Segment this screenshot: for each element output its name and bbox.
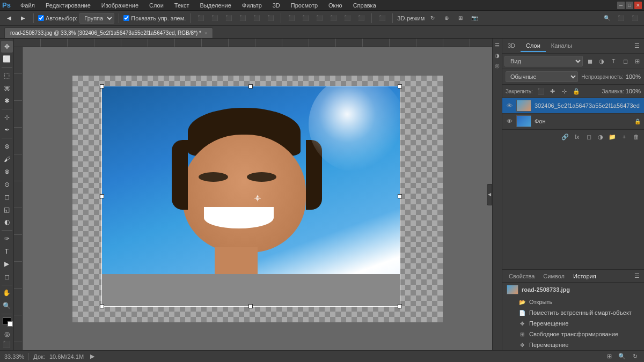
menu-edit[interactable]: Редактирование [42,0,94,10]
menu-3d[interactable]: 3D [269,0,283,10]
layer-mask-btn[interactable]: ◻ [584,132,594,142]
status-arrow[interactable]: ▶ [90,353,94,360]
tool-lasso[interactable]: ⌘ [1,83,13,94]
menu-view[interactable]: Просмотр [288,0,321,10]
panel-menu-btn[interactable]: ☰ [632,41,642,51]
tool-zoom[interactable]: 🔍 [1,300,13,312]
tab-properties[interactable]: Свойства [504,272,539,280]
tool-path-select[interactable]: ▶ [1,258,13,270]
align-bottom-btn[interactable]: ⬛ [265,12,276,24]
distribute-bottom-btn[interactable]: ⬛ [355,12,367,24]
history-item-4[interactable]: ✥ Перемещение [502,339,644,350]
tab-symbol[interactable]: Символ [539,272,569,280]
layer-item-1[interactable]: 👁 302406_5e2f1a56473a55e2f1a56473ed [502,98,644,114]
tool-gradient[interactable]: ◱ [1,204,13,216]
screen-mode-btn[interactable]: ⬛ [1,339,13,350]
document-tab[interactable]: road-2508733.jpg @ 33,3% (302406_5e2f1a5… [4,27,213,38]
tab-layers[interactable]: Слои [521,40,546,52]
align-center-v-btn[interactable]: ⬛ [251,12,262,24]
arrange-btn[interactable]: ⬛ [629,12,641,24]
menu-select[interactable]: Выделение [197,0,235,10]
bottom-panel-menu-btn[interactable]: ☰ [632,271,642,281]
canvas-area[interactable]: ◀ [14,39,492,350]
lock-pixels-btn[interactable]: ⬛ [536,86,546,96]
filter-pixel-btn[interactable]: ◼ [585,56,595,66]
tab-3d[interactable]: 3D [502,40,521,52]
3d-orbit-btn[interactable]: ↻ [427,12,438,24]
tab-channels[interactable]: Каналы [546,40,577,52]
tool-eraser[interactable]: ◻ [1,191,13,203]
layer-visibility-2[interactable]: 👁 [506,117,513,125]
filter-smart-btn[interactable]: ⊞ [632,56,642,66]
tool-marquee[interactable]: ⬚ [1,70,13,82]
layer-fx-btn[interactable]: fx [572,132,582,142]
search-btn[interactable]: 🔍 [601,12,613,24]
distribute-right-btn[interactable]: ⬛ [313,12,325,24]
tool-eyedropper[interactable]: ✒ [1,124,13,136]
toolbar-arrow-right[interactable]: ▶ [17,12,29,24]
distribute-top-btn[interactable]: ⬛ [327,12,339,24]
align-top-btn[interactable]: ⬛ [237,12,248,24]
tool-spot-heal[interactable]: ⊛ [1,141,13,152]
menu-text[interactable]: Текст [171,0,193,10]
layer-item-2[interactable]: 👁 Фон 🔒 [502,114,644,129]
tool-hand[interactable]: ✋ [1,287,13,299]
status-zoom-btn[interactable]: 🔍 [617,352,627,361]
tool-shape[interactable]: ◻ [1,271,13,283]
menu-image[interactable]: Изображение [98,0,142,10]
status-rotate-btn[interactable]: ↻ [630,352,640,361]
tool-clone[interactable]: ⊗ [1,166,13,178]
lock-artboard-btn[interactable]: ⊹ [560,86,569,96]
toolbar-arrow-left[interactable]: ◀ [3,12,15,24]
panel-collapse-btn[interactable]: ◀ [487,184,492,205]
history-item-3[interactable]: ⊞ Свободное трансформирование [502,329,644,339]
tool-brush[interactable]: 🖌 [1,153,13,165]
filter-shape-btn[interactable]: ◻ [620,56,630,66]
show-controls-checkbox[interactable] [123,15,129,21]
close-button[interactable]: ✕ [634,2,642,9]
tool-move[interactable]: ✥ [1,41,13,53]
blend-mode-select[interactable]: Обычные [506,71,578,82]
tool-artboard[interactable]: ⬜ [1,54,13,65]
adjustments-icon-btn[interactable]: ◑ [493,51,502,60]
menu-filter[interactable]: Фильтр [239,0,265,10]
auto-select-checkbox[interactable] [38,15,44,21]
layer-link-btn[interactable]: 🔗 [560,132,570,142]
tab-history[interactable]: История [569,272,601,280]
distribute-center-v-btn[interactable]: ⬛ [341,12,353,24]
tool-crop[interactable]: ⊹ [1,112,13,123]
align-center-h-btn[interactable]: ⬛ [209,12,221,24]
layer-filter-select[interactable]: Вид [504,56,583,67]
distribute-left-btn[interactable]: ⬛ [286,12,297,24]
history-item-1[interactable]: 📄 Поместить встроенный смарт-объект [502,307,644,318]
3d-pan-btn[interactable]: ⊕ [441,12,452,24]
history-item-2[interactable]: ✥ Перемещение [502,318,644,329]
tool-dodge[interactable]: ◐ [1,217,13,228]
menu-file[interactable]: Файл [17,0,38,10]
tool-history-brush[interactable]: ⊙ [1,179,13,190]
align-left-btn[interactable]: ⬛ [195,12,207,24]
filter-text-btn[interactable]: T [609,56,618,66]
quick-mask-btn[interactable]: ◎ [4,330,10,338]
maximize-button[interactable]: □ [626,2,633,9]
3d-camera-btn[interactable]: 📷 [469,12,480,24]
status-arrange-btn[interactable]: ⊞ [604,352,614,361]
auto-arrange-btn[interactable]: ⬛ [376,12,388,24]
lock-position-btn[interactable]: ✚ [548,86,558,96]
align-right-btn[interactable]: ⬛ [223,12,235,24]
layer-adjustment-btn[interactable]: ◑ [596,132,605,142]
3d-zoom-btn[interactable]: ⊞ [455,12,466,24]
group-select[interactable]: Группа [79,13,114,24]
layer-delete-btn[interactable]: 🗑 [631,132,641,142]
tool-quick-select[interactable]: ✱ [1,95,13,107]
layer-folder-btn[interactable]: 📁 [608,132,617,142]
lock-all-btn[interactable]: 🔒 [572,86,581,96]
history-item-0[interactable]: 📂 Открыть [502,297,644,307]
menu-window[interactable]: Окно [325,0,346,10]
tool-pen[interactable]: ✑ [1,233,13,245]
filter-adjust-btn[interactable]: ◑ [597,56,606,66]
foreground-color[interactable] [3,317,11,325]
layer-new-btn[interactable]: + [619,132,629,142]
distribute-center-h-btn[interactable]: ⬛ [299,12,311,24]
styles-icon-btn[interactable]: ◎ [493,61,502,70]
